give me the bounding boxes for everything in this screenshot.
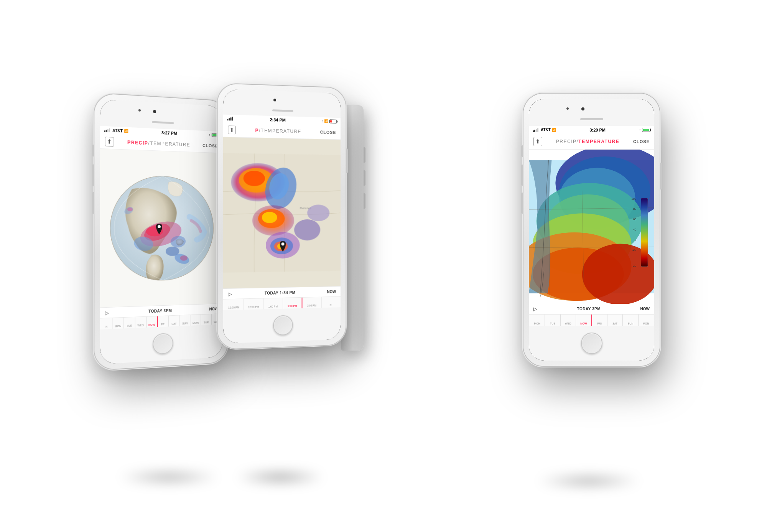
time-label-center: TODAY 1:34 PM <box>265 290 296 295</box>
status-right-center: ↑ 📶 <box>321 119 337 123</box>
timeline-right: ▷ TODAY 3PM NOW MON TUE WED NOW FRI SAT … <box>529 304 654 326</box>
globe-map-left <box>100 148 222 307</box>
svg-rect-42 <box>641 198 648 266</box>
carrier-left: AT&T <box>112 128 123 133</box>
phone-center: 2:34 PM ↑ 📶 ⬆ P / <box>218 83 346 349</box>
precip-label-left: PRECIP <box>127 139 148 145</box>
close-btn-left[interactable]: CLOSE <box>202 143 218 148</box>
svg-text:-20: -20 <box>632 248 637 252</box>
phones-showcase: AT&T 📶 3:27 PM ↑ ⬆ <box>77 36 690 496</box>
home-button-right[interactable] <box>581 333 602 354</box>
header-title-left: PRECIP / TEMPERATURE <box>127 139 190 147</box>
bottom-bezel-left <box>100 324 222 364</box>
share-icon-right[interactable]: ⬆ <box>533 137 542 146</box>
now-label-right: NOW <box>640 307 650 311</box>
timeline-center: ▷ TODAY 1:34 PM NOW 12:00 PM 12:30 PM 1:… <box>223 286 341 310</box>
svg-text:40: 40 <box>633 227 637 231</box>
status-bar-right: AT&T 📶 3:29 PM ↑ <box>529 126 654 134</box>
carrier-right: AT&T <box>541 128 551 132</box>
time-center: 2:34 PM <box>270 117 286 122</box>
play-btn-center[interactable]: ▷ <box>228 291 232 296</box>
home-button-left[interactable] <box>153 333 173 354</box>
app-header-center: ⬆ P / TEMPERATURE CLOSE <box>223 122 341 139</box>
now-label-left: NOW <box>209 306 218 311</box>
play-btn-right[interactable]: ▷ <box>533 306 537 312</box>
phone-left: AT&T 📶 3:27 PM ↑ ⬆ <box>94 93 227 370</box>
time-label-left: TODAY 3PM <box>148 308 172 313</box>
phone-right: AT&T 📶 3:29 PM ↑ ⬆ <box>523 94 660 366</box>
time-right: 3:29 PM <box>589 128 606 132</box>
svg-text:0: 0 <box>635 238 637 241</box>
share-icon-center[interactable]: ⬆ <box>228 125 236 134</box>
screen-right: AT&T 📶 3:29 PM ↑ ⬆ <box>529 126 654 326</box>
temp-label-center: TEMPERATURE <box>261 128 301 134</box>
temperature-map-right: 100 80 60 40 0 -20 -20 <box>529 150 654 304</box>
bottom-bezel-right <box>529 326 654 361</box>
precip-label-right: PRECIP <box>556 139 577 144</box>
share-icon-left[interactable]: ⬆ <box>105 137 114 147</box>
regional-map-center: Jackson Florence <box>223 137 341 288</box>
app-header-right: ⬆ PRECIP / TEMPERATURE CLOSE <box>529 134 654 150</box>
temp-label-left: TEMPERATURE <box>150 140 190 147</box>
status-left-right: AT&T 📶 <box>533 128 556 132</box>
time-label-right: TODAY 3PM <box>577 307 601 311</box>
svg-text:-20: -20 <box>632 264 637 267</box>
svg-text:80: 80 <box>633 207 637 211</box>
close-btn-right[interactable]: CLOSE <box>633 139 650 144</box>
globe-svg-left <box>100 148 222 307</box>
play-btn-left[interactable]: ▷ <box>105 310 109 316</box>
now-label-center: NOW <box>327 289 336 293</box>
temp-label-right: TEMPERATURE <box>578 139 619 144</box>
screen-center: 2:34 PM ↑ 📶 ⬆ P / <box>223 114 341 310</box>
close-btn-center[interactable]: CLOSE <box>320 129 336 134</box>
status-left-center <box>227 116 233 120</box>
timeline-ticks-right: MON TUE WED NOW FRI SAT SUN MON <box>529 314 654 326</box>
home-button-center[interactable] <box>273 315 293 335</box>
header-title-center: P / TEMPERATURE <box>255 127 301 134</box>
bottom-bezel-center <box>223 307 341 344</box>
time-left: 3:27 PM <box>161 130 177 135</box>
status-right-right: ↑ <box>639 128 651 132</box>
header-title-right: PRECIP / TEMPERATURE <box>556 139 619 144</box>
regional-map-svg: Jackson Florence <box>223 137 341 288</box>
temp-map-svg: 100 80 60 40 0 -20 -20 <box>529 150 654 304</box>
svg-text:60: 60 <box>633 217 637 221</box>
precip-label-center: P <box>255 127 259 133</box>
status-left: AT&T 📶 <box>104 128 128 133</box>
svg-text:100: 100 <box>631 197 637 200</box>
